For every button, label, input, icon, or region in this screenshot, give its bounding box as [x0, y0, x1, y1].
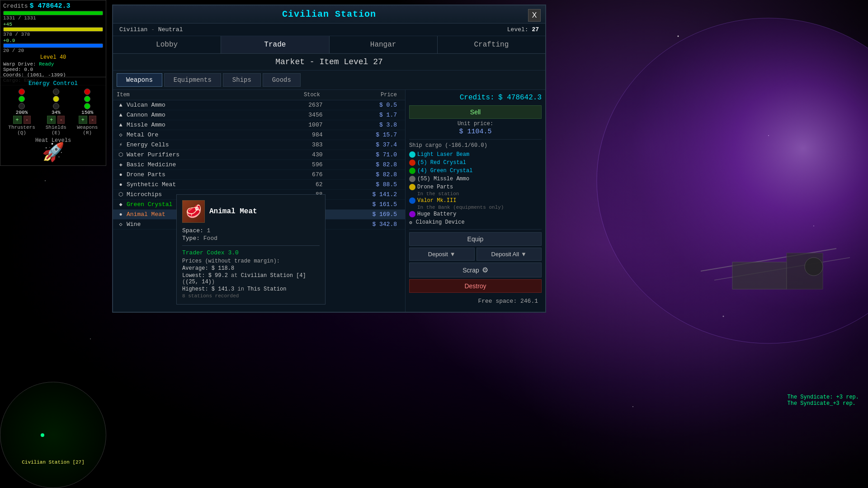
- deposit-all-label: Deposit All: [491, 251, 519, 258]
- thruster-plus[interactable]: +: [13, 116, 22, 124]
- codex-lowest: Lowest: $ 99.2 at Civilian Station [4] (…: [182, 272, 320, 285]
- weapon-label: Weapons (R): [72, 125, 103, 136]
- deposit-label: Deposit: [428, 251, 448, 258]
- svg-point-12: [597, 18, 868, 343]
- modal-header: Civilian Station X: [113, 5, 545, 23]
- thruster-label: Thrusters (Q): [3, 125, 40, 136]
- codex-title: Trader Codex 3.0: [182, 249, 320, 256]
- table-row[interactable]: ● Drone Parts 676 $ 82.8: [113, 170, 405, 180]
- tab-hangar[interactable]: Hangar: [330, 36, 438, 53]
- tab-crafting[interactable]: Crafting: [438, 36, 545, 53]
- codex-recorded: 8 stations recorded: [182, 293, 320, 299]
- tooltip-space: Space: 1: [182, 227, 320, 234]
- item-icon: ▲: [117, 102, 125, 108]
- deposit-button[interactable]: Deposit ▼: [409, 248, 475, 261]
- items-header: Item Stock Price: [113, 90, 405, 100]
- thruster-minus[interactable]: -: [24, 116, 31, 124]
- item-tooltip: 🥩 Animal Meat Space: 1 Type: Food Trader…: [176, 194, 326, 305]
- cat-ships[interactable]: Ships: [223, 73, 261, 87]
- cargo-item-name: (55) Missle Ammo: [417, 176, 469, 182]
- table-row[interactable]: ▲ Missle Ammo 1007 $ 3.8: [113, 120, 405, 130]
- scrap-label: Scrap: [462, 267, 479, 274]
- cat-goods[interactable]: Goods: [263, 73, 301, 87]
- player-level: Level 40: [3, 54, 103, 61]
- equip-button[interactable]: Equip: [409, 232, 542, 246]
- table-row[interactable]: ▲ Vulcan Ammo 2637 $ 0.5: [113, 100, 405, 110]
- modal-subheader: Civilian - Neutral Level: 27: [113, 23, 545, 36]
- divider2: [409, 229, 542, 230]
- list-item: (55) Missle Ammo: [409, 175, 542, 183]
- deposit-row: Deposit ▼ Deposit All ▼: [409, 248, 542, 261]
- item-stock: 596: [257, 161, 332, 168]
- faction-alignment: Neutral: [158, 26, 183, 33]
- ship-cargo-label: Ship cargo (-186.1/60.0): [409, 142, 542, 149]
- heat-title: Heat Levels: [3, 137, 103, 144]
- light-green2: [84, 96, 90, 102]
- shield-plus[interactable]: +: [47, 116, 56, 124]
- scrap-button[interactable]: Scrap ⚙: [409, 263, 542, 277]
- destroy-button[interactable]: Destroy: [409, 279, 542, 293]
- item-icon: ●: [117, 172, 125, 178]
- energy-control-panel: Energy Control 200% + - Thrusters (Q) 34…: [0, 77, 106, 166]
- table-row[interactable]: ▲ Cannon Ammo 3456 $ 1.7: [113, 110, 405, 120]
- list-item: (4) Green Crystal: [409, 167, 542, 175]
- item-icon: ●: [117, 182, 125, 188]
- thruster-control: 200% + - Thrusters (Q): [3, 89, 40, 136]
- item-price: $ 161.5: [332, 201, 402, 208]
- shield-label: Shields (E): [40, 125, 71, 136]
- minimap: Civilian Station [27]: [0, 382, 106, 488]
- item-icon: ◆: [117, 201, 125, 208]
- item-name: Metal Ore: [127, 131, 257, 138]
- sell-button[interactable]: Sell: [409, 105, 542, 119]
- cat-weapons[interactable]: Weapons: [117, 73, 162, 87]
- energy-bar: [4, 44, 103, 47]
- cargo-item-name: Cloaking Device: [416, 219, 465, 225]
- lowest-station-link[interactable]: Civilian Station [4]: [241, 272, 306, 279]
- item-name: Missle Ammo: [127, 122, 257, 128]
- item-price: $ 342.8: [332, 221, 402, 228]
- item-icon: ●: [117, 211, 125, 218]
- credits-amount: $ 478642.3: [498, 94, 542, 102]
- item-icon: ⬡: [117, 191, 125, 198]
- tab-bar: Lobby Trade Hangar Crafting: [113, 36, 545, 54]
- credits-label: Credits: [3, 3, 28, 9]
- item-name: Drone Parts: [127, 171, 257, 178]
- thruster-pct: 200%: [3, 110, 40, 115]
- shield-bar: [4, 28, 103, 31]
- weapon-plus[interactable]: +: [79, 116, 87, 124]
- table-row[interactable]: ◇ Metal Ore 984 $ 15.7: [113, 130, 405, 140]
- weapon-control: 150% + - Weapons (R): [72, 89, 103, 136]
- tab-lobby[interactable]: Lobby: [113, 36, 221, 53]
- table-row[interactable]: ✚ Basic Medicine 596 $ 82.8: [113, 160, 405, 170]
- list-item: Huge Battery: [409, 210, 542, 218]
- tab-trade[interactable]: Trade: [221, 36, 329, 53]
- item-icon: ⬡: [117, 151, 125, 158]
- modal-close-button[interactable]: X: [528, 9, 541, 22]
- shield-value: 378 / 378: [3, 32, 30, 37]
- item-name: Vulcan Ammo: [127, 102, 257, 108]
- list-item: Light Laser Beam: [409, 150, 542, 159]
- meat-icon: 🥩: [186, 204, 202, 219]
- table-row[interactable]: ⬡ Water Purifiers 430 $ 71.0: [113, 150, 405, 160]
- minimap-player-dot: [41, 433, 44, 437]
- deposit-all-button[interactable]: Deposit All ▼: [476, 248, 542, 261]
- cargo-item-name: (5) Red Crystal: [417, 160, 466, 166]
- faction-name: Civilian: [119, 26, 147, 33]
- table-row[interactable]: ⚡ Energy Cells 383 $ 37.4: [113, 140, 405, 150]
- cargo-item-icon: [409, 160, 415, 166]
- table-row[interactable]: ● Synthetic Meat 62 $ 88.5: [113, 180, 405, 190]
- shield-regen: +45: [3, 22, 12, 27]
- shield-minus[interactable]: -: [57, 116, 65, 124]
- item-price: $ 15.7: [332, 131, 402, 138]
- light-off: [19, 103, 25, 109]
- ship-icon: 🚀: [3, 145, 103, 163]
- cat-equipments[interactable]: Equipments: [164, 73, 221, 87]
- cargo-item-icon: [409, 184, 415, 190]
- item-price: $ 37.4: [332, 141, 402, 148]
- item-stock: 2637: [257, 102, 332, 108]
- item-stock: 430: [257, 151, 332, 158]
- light-green: [19, 96, 25, 102]
- weapon-minus[interactable]: -: [89, 116, 96, 124]
- cargo-item-icon: [409, 197, 415, 204]
- credits-label: Credits:: [460, 94, 495, 102]
